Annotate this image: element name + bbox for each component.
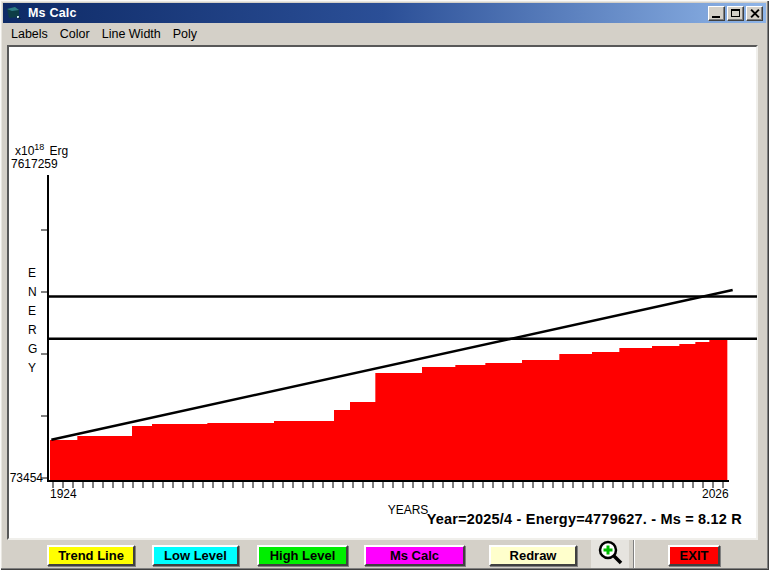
close-button[interactable] [746,6,763,21]
app-window: Ms Calc Labels Color Line Width Poly x10… [0,0,769,570]
energy-area-series [50,340,727,480]
toolbar: Trend Line Low Level High Level Ms Calc … [2,540,767,568]
magnifier-plus-icon [595,539,625,569]
high-level-button[interactable]: High Level [257,545,348,566]
menu-item-line-width[interactable]: Line Width [102,27,161,41]
maximize-icon [731,9,740,17]
chart-panel[interactable]: x1018Erg 7617259 ENERGY 73454 1924 2026 … [7,45,758,540]
minimize-icon [712,16,720,18]
x-axis-max-label: 2026 [702,487,748,501]
y-axis-max-label: 7617259 [11,157,58,171]
trend-line-button[interactable]: Trend Line [47,545,135,566]
redraw-button[interactable]: Redraw [489,545,577,566]
app-icon [6,6,22,20]
zoom-tool-button[interactable] [591,540,629,568]
low-level-button[interactable]: Low Level [152,545,239,566]
title-bar[interactable]: Ms Calc [3,3,766,23]
maximize-button[interactable] [727,6,744,21]
window-controls [708,6,766,21]
menu-item-color[interactable]: Color [60,27,90,41]
y-axis-min-label: 73454 [9,471,43,485]
x-axis-min-label: 1924 [50,487,77,501]
toolbar-divider [633,540,635,568]
exit-button[interactable]: EXIT [668,545,720,566]
window-title: Ms Calc [28,6,77,20]
energy-chart[interactable] [9,47,760,542]
menu-item-poly[interactable]: Poly [173,27,197,41]
close-icon [749,8,760,19]
y-axis-title: ENERGY [28,264,38,378]
minimize-button[interactable] [708,6,725,21]
status-readout: Year=2025/4 - Energy=4779627. - Ms = 8.1… [427,511,742,527]
menu-bar: Labels Color Line Width Poly [3,24,766,43]
ms-calc-button[interactable]: Ms Calc [364,545,465,566]
menu-item-labels[interactable]: Labels [11,27,48,41]
y-axis-unit-label: x1018Erg [15,142,68,158]
